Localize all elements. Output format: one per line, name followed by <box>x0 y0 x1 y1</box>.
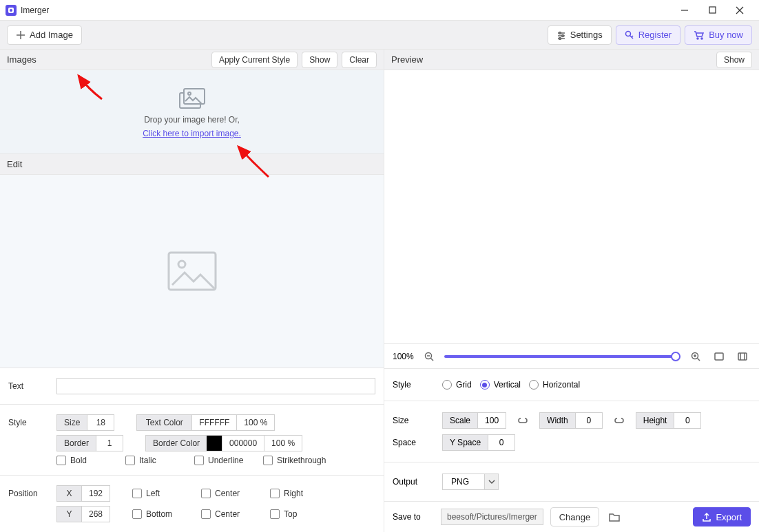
buy-now-button[interactable]: Buy now <box>685 25 752 45</box>
radio-horizontal[interactable]: Horizontal <box>529 380 580 390</box>
plus-icon <box>16 30 25 40</box>
zoom-slider[interactable] <box>444 355 680 358</box>
drop-text: Drop your image here! Or, <box>144 115 240 125</box>
minimize-button[interactable] <box>671 0 698 21</box>
align-center-h-checkbox[interactable]: Center <box>201 489 263 498</box>
cart-icon <box>694 30 705 40</box>
underline-checkbox[interactable]: Underline <box>194 456 256 465</box>
style-label: Style <box>8 418 50 427</box>
close-button[interactable] <box>726 0 753 21</box>
edit-canvas <box>0 175 384 368</box>
align-center-v-checkbox[interactable]: Center <box>201 509 263 519</box>
app-title: Imerger <box>21 6 671 15</box>
image-placeholder-icon <box>167 251 218 292</box>
edit-title: Edit <box>7 159 22 169</box>
preview-panel-header: Preview Show <box>384 50 759 70</box>
border-chip[interactable]: Border 1 <box>56 435 123 451</box>
svg-line-16 <box>632 36 633 37</box>
fit-screen-button[interactable] <box>711 348 727 365</box>
align-right-checkbox[interactable]: Right <box>270 489 332 498</box>
register-label: Register <box>638 30 672 40</box>
zoom-in-button[interactable] <box>687 348 704 365</box>
textcolor-opacity[interactable]: 100 % <box>237 414 275 431</box>
app-logo <box>6 5 17 16</box>
output-format-value: PNG <box>443 474 484 489</box>
images-clear-button[interactable]: Clear <box>342 52 377 68</box>
preview-show-button[interactable]: Show <box>716 52 752 68</box>
text-input[interactable] <box>56 378 375 394</box>
output-format-select[interactable]: PNG <box>442 474 499 490</box>
export-button[interactable]: Export <box>693 507 751 526</box>
space-label: Space <box>393 438 434 447</box>
y-chip[interactable]: Y 268 <box>56 506 110 522</box>
export-icon <box>702 512 711 522</box>
zoom-row: 100% <box>384 343 759 368</box>
textcolor-key: Text Color <box>136 414 191 431</box>
actual-size-button[interactable] <box>734 348 751 365</box>
border-value[interactable]: 1 <box>96 435 123 451</box>
align-left-checkbox[interactable]: Left <box>132 489 194 498</box>
link-width-height-icon[interactable] <box>611 412 627 429</box>
settings-label: Settings <box>570 30 603 40</box>
bordercolor-chip[interactable]: Border Color 000000 100 % <box>145 435 302 451</box>
link-scale-width-icon[interactable] <box>514 412 531 429</box>
scale-chip[interactable]: Scale100 <box>442 412 506 429</box>
svg-point-17 <box>697 38 698 39</box>
y-value[interactable]: 268 <box>81 506 110 522</box>
svg-rect-31 <box>715 353 723 360</box>
svg-point-23 <box>178 261 185 268</box>
svg-point-14 <box>625 31 630 36</box>
bordercolor-swatch[interactable] <box>207 435 222 451</box>
svg-point-1 <box>10 9 12 12</box>
bordercolor-value[interactable]: 000000 <box>222 435 264 451</box>
images-panel-header: Images Apply Current Style Show Clear <box>0 50 384 70</box>
images-show-button[interactable]: Show <box>302 52 337 68</box>
x-chip[interactable]: X 192 <box>56 485 110 502</box>
apply-style-button[interactable]: Apply Current Style <box>211 52 298 68</box>
out-size-label: Size <box>393 416 434 425</box>
width-chip[interactable]: Width0 <box>539 412 603 429</box>
edit-panel-header: Edit <box>0 154 384 175</box>
align-top-checkbox[interactable]: Top <box>270 509 332 519</box>
textcolor-value[interactable]: FFFFFF <box>191 414 237 431</box>
change-path-button[interactable]: Change <box>550 507 600 526</box>
bordercolor-key: Border Color <box>145 435 207 451</box>
zoom-slider-knob[interactable] <box>671 352 680 361</box>
size-value[interactable]: 18 <box>87 414 114 431</box>
bordercolor-opacity[interactable]: 100 % <box>264 435 302 451</box>
maximize-button[interactable] <box>698 0 726 21</box>
titlebar: Imerger <box>0 0 759 21</box>
x-key: X <box>56 485 81 502</box>
svg-rect-20 <box>184 89 205 104</box>
svg-line-28 <box>698 358 700 361</box>
sliders-icon <box>557 30 566 40</box>
border-key: Border <box>56 435 96 451</box>
drop-link[interactable]: Click here to import image. <box>143 129 241 138</box>
textcolor-chip[interactable]: Text Color FFFFFF 100 % <box>136 414 275 431</box>
strike-checkbox[interactable]: Strikethrough <box>263 456 339 465</box>
add-image-button[interactable]: Add Image <box>7 25 82 45</box>
radio-vertical[interactable]: Vertical <box>480 380 521 390</box>
y-key: Y <box>56 506 81 522</box>
svg-rect-32 <box>738 353 747 360</box>
align-bottom-checkbox[interactable]: Bottom <box>132 509 194 519</box>
x-value[interactable]: 192 <box>81 485 110 502</box>
saveto-path: beesoft/Pictures/Imerger <box>441 509 543 525</box>
radio-grid[interactable]: Grid <box>442 380 472 390</box>
register-button[interactable]: Register <box>616 25 680 45</box>
bold-checkbox[interactable]: Bold <box>56 456 118 465</box>
settings-button[interactable]: Settings <box>548 25 612 45</box>
output-label: Output <box>393 477 434 487</box>
text-label: Text <box>8 381 50 391</box>
open-folder-button[interactable] <box>606 509 623 525</box>
svg-line-25 <box>430 358 433 361</box>
height-chip[interactable]: Height0 <box>636 412 702 429</box>
key-icon <box>625 30 634 40</box>
zoom-out-button[interactable] <box>421 348 437 365</box>
buy-now-label: Buy now <box>709 30 743 40</box>
layout-style-label: Style <box>393 380 434 390</box>
yspace-chip[interactable]: Y Space0 <box>442 434 515 451</box>
italic-checkbox[interactable]: Italic <box>125 456 187 465</box>
drop-area[interactable]: Drop your image here! Or, Click here to … <box>0 70 384 154</box>
size-chip[interactable]: Size 18 <box>56 414 114 431</box>
